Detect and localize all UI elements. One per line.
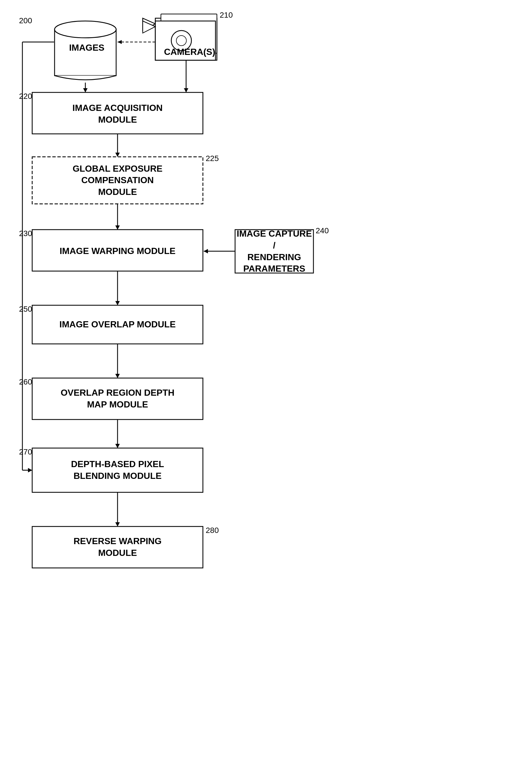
ref-240: 240: [316, 226, 329, 235]
svg-marker-39: [28, 468, 32, 473]
images-label: IMAGES: [59, 42, 115, 54]
svg-point-1: [55, 21, 116, 38]
svg-marker-22: [115, 225, 120, 230]
image-capture-params-label: IMAGE CAPTURE /RENDERINGPARAMETERS: [236, 231, 312, 272]
svg-point-9: [176, 36, 186, 46]
ref-260: 260: [19, 377, 32, 387]
image-warping-label: IMAGE WARPING MODULE: [34, 231, 201, 271]
depth-blending-label: DEPTH-BASED PIXELBLENDING MODULE: [34, 450, 201, 491]
ref-280: 280: [206, 526, 219, 535]
ref-270: 270: [19, 448, 32, 457]
svg-marker-19: [115, 153, 120, 157]
cameras-label: CAMERA(S): [162, 46, 217, 58]
image-overlap-label: IMAGE OVERLAP MODULE: [34, 307, 201, 342]
image-acquisition-label: IMAGE ACQUISITIONMODULE: [34, 94, 201, 134]
svg-point-4: [175, 34, 186, 45]
diagram-container: 200 IMAGES 210 CAMERA(S) 220 IMAGE ACQUI…: [0, 0, 532, 769]
svg-marker-10: [143, 21, 155, 33]
reverse-warping-label: REVERSE WARPINGMODULE: [34, 528, 201, 567]
ref-250: 250: [19, 305, 32, 314]
svg-marker-34: [115, 444, 120, 448]
svg-marker-14: [83, 88, 88, 92]
svg-marker-5: [143, 18, 155, 31]
global-exposure-label: GLOBAL EXPOSURECOMPENSATIONMODULE: [34, 158, 201, 202]
ref-225: 225: [206, 154, 219, 163]
ref-200: 200: [19, 16, 32, 25]
ref-230: 230: [19, 229, 32, 238]
svg-marker-12: [118, 40, 122, 44]
svg-marker-31: [115, 374, 120, 378]
svg-marker-16: [184, 88, 188, 92]
ref-210: 210: [220, 11, 233, 20]
ref-220: 220: [19, 92, 32, 101]
svg-marker-28: [115, 301, 120, 305]
svg-marker-26: [204, 249, 208, 253]
svg-marker-41: [115, 522, 120, 527]
overlap-region-label: OVERLAP REGION DEPTHMAP MODULE: [34, 379, 201, 418]
